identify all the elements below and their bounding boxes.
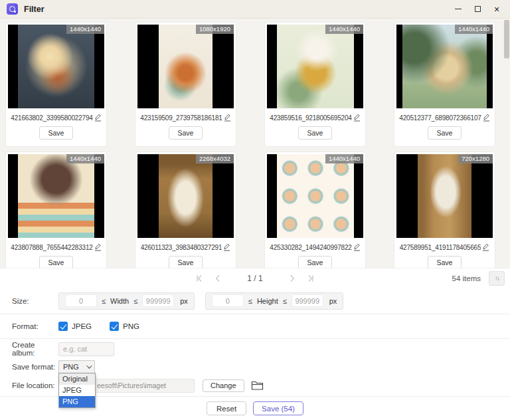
filename-row: 427589951_4191178405665 <box>400 243 490 251</box>
checkbox-checked-icon <box>58 322 68 331</box>
checkbox-checked-icon <box>110 322 119 331</box>
image-card: 720x1280 427589951_4191178405665 Save <box>394 152 495 268</box>
save-button[interactable]: Save <box>39 256 74 268</box>
save-format-select[interactable]: PNG <box>58 360 95 374</box>
png-checkbox[interactable]: PNG <box>110 322 139 331</box>
save-format-label: Save format: <box>12 363 58 371</box>
resolution-badge: 1440x1440 <box>455 25 493 34</box>
gallery-viewport: 1440x1440 421663802_3399580022794 Save 1… <box>0 19 510 268</box>
image-card: 1440x1440 420512377_6898072366107 Save <box>394 22 495 147</box>
width-max-input[interactable] <box>142 294 174 307</box>
folder-icon[interactable] <box>251 380 264 391</box>
filename: 423807888_7655442283312 <box>11 244 92 251</box>
height-range-group: ≤ Height ≤ px <box>205 292 344 310</box>
size-label: Size: <box>12 297 58 305</box>
edit-icon[interactable] <box>223 243 230 251</box>
filename: 423859516_9218005695204 <box>270 114 351 122</box>
dropdown-option-original[interactable]: Original <box>59 373 95 385</box>
resolution-badge: 1080x1920 <box>196 25 234 34</box>
dropdown-option-jpeg[interactable]: JPEG <box>59 385 95 396</box>
thumbnail-image <box>18 25 94 108</box>
sort-order-button[interactable]: ↑↓ <box>489 271 505 286</box>
save-button[interactable]: Save <box>39 126 74 140</box>
resolution-badge: 1440x1440 <box>66 154 104 163</box>
edit-icon[interactable] <box>353 243 361 251</box>
save-format-value: PNG <box>63 363 79 371</box>
image-thumbnail[interactable]: 720x1280 <box>396 154 493 238</box>
filename: 425330282_1494240997822 <box>270 244 351 251</box>
width-min-input[interactable] <box>65 294 97 307</box>
edit-icon[interactable] <box>94 114 102 122</box>
px-unit: px <box>329 297 337 305</box>
maximize-icon[interactable] <box>473 5 481 13</box>
pagination-bar: 1 / 1 54 items ↑↓ <box>0 268 510 288</box>
create-album-label: Create album: <box>12 341 58 357</box>
window-controls: × <box>454 5 503 13</box>
items-count: 54 items <box>452 274 481 282</box>
save-button[interactable]: Save <box>169 256 203 268</box>
minimize-icon[interactable] <box>454 5 462 13</box>
album-name-input[interactable] <box>58 342 114 356</box>
thumbnail-image <box>159 154 212 238</box>
jpeg-checkbox-label: JPEG <box>72 322 92 330</box>
app-logo-icon <box>7 3 18 15</box>
image-card: 1080x1920 423159509_2739758186181 Save <box>135 22 236 147</box>
prev-page-icon[interactable] <box>214 274 222 282</box>
change-location-button[interactable]: Change <box>203 379 244 392</box>
scrollbar-thumb[interactable] <box>504 20 509 58</box>
edit-icon[interactable] <box>483 114 490 122</box>
height-min-input[interactable] <box>212 294 244 307</box>
thumbnail-image <box>277 25 354 108</box>
create-album-row: Create album: <box>0 339 510 359</box>
next-page-icon[interactable] <box>288 274 296 282</box>
lte-symbol: ≤ <box>248 297 252 305</box>
image-thumbnail[interactable]: 1080x1920 <box>137 25 234 108</box>
first-page-icon[interactable] <box>195 274 203 282</box>
window-title: Filter <box>24 5 44 14</box>
reset-button[interactable]: Reset <box>207 401 246 415</box>
filename-row: 425330282_1494240997822 <box>270 243 360 251</box>
height-max-input[interactable] <box>292 294 323 307</box>
png-checkbox-label: PNG <box>123 322 139 330</box>
save-button[interactable]: Save <box>298 126 333 140</box>
thumbnail-image <box>402 25 487 108</box>
close-icon[interactable]: × <box>493 5 501 13</box>
save-button[interactable]: Save <box>298 256 333 268</box>
save-all-button[interactable]: Save (54) <box>253 401 303 415</box>
filename-row: 421663802_3399580022794 <box>11 114 101 122</box>
thumbnail-image <box>418 154 471 238</box>
last-page-icon[interactable] <box>307 274 315 282</box>
resolution-badge: 1440x1440 <box>66 25 104 34</box>
edit-icon[interactable] <box>353 114 361 122</box>
image-thumbnail[interactable]: 1440x1440 <box>267 154 363 238</box>
pagination-right: 54 items ↑↓ <box>452 268 505 288</box>
image-thumbnail[interactable]: 2268x4032 <box>137 154 234 238</box>
image-card: 2268x4032 426011323_3983480327291 Save <box>135 152 236 268</box>
file-location-label: File location: <box>12 381 58 389</box>
filename-row: 423159509_2739758186181 <box>140 114 230 122</box>
edit-icon[interactable] <box>94 243 102 251</box>
image-thumbnail[interactable]: 1440x1440 <box>8 25 104 108</box>
edit-icon[interactable] <box>224 114 231 122</box>
height-label: Height <box>257 297 278 305</box>
save-format-dropdown: Original JPEG PNG <box>58 373 96 408</box>
thumbnail-image <box>18 154 94 238</box>
dropdown-option-png[interactable]: PNG <box>59 396 95 407</box>
image-card: 1440x1440 423807888_7655442283312 Save <box>5 152 107 268</box>
page-indicator: 1 / 1 <box>247 274 262 283</box>
resolution-badge: 1440x1440 <box>325 25 363 34</box>
edit-icon[interactable] <box>482 243 489 251</box>
save-button[interactable]: Save <box>428 126 462 140</box>
image-thumbnail[interactable]: 1440x1440 <box>8 154 104 238</box>
filename: 420512377_6898072366107 <box>399 114 481 122</box>
title-bar: Filter × <box>0 0 510 19</box>
jpeg-checkbox[interactable]: JPEG <box>58 322 92 331</box>
filename: 423159509_2739758186181 <box>140 114 222 122</box>
size-filter-row: Size: ≤ Width ≤ px ≤ Height ≤ px <box>0 288 510 314</box>
resolution-badge: 1440x1440 <box>325 154 363 163</box>
save-button[interactable]: Save <box>169 126 203 140</box>
image-thumbnail[interactable]: 1440x1440 <box>396 25 493 108</box>
image-grid: 1440x1440 421663802_3399580022794 Save 1… <box>0 19 510 268</box>
save-button[interactable]: Save <box>428 256 462 268</box>
image-thumbnail[interactable]: 1440x1440 <box>267 25 363 108</box>
